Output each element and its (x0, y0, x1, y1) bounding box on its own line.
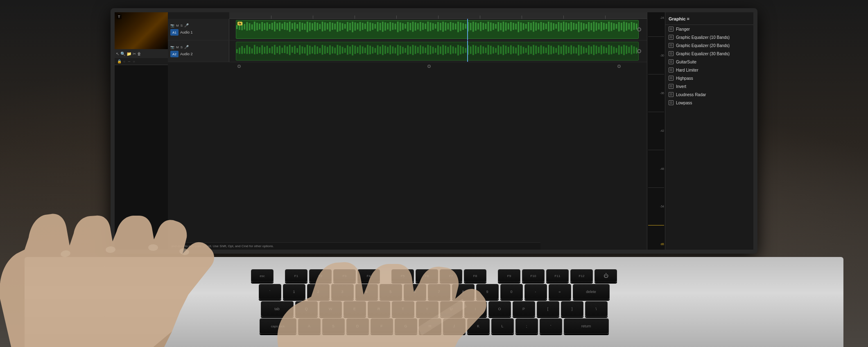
key-9[interactable]: 9 (476, 284, 499, 300)
key-r[interactable]: R (368, 301, 390, 317)
key-f[interactable]: F (371, 318, 393, 334)
svg-rect-207 (349, 47, 351, 54)
trash-icon[interactable]: 🗑 (137, 52, 141, 56)
svg-rect-69 (407, 22, 409, 32)
track1-m-btn[interactable]: M (176, 24, 179, 27)
effect-geq10-icon: ⊡ (669, 35, 674, 40)
key-w[interactable]: W (319, 301, 342, 317)
key-f3[interactable]: F3 (333, 269, 356, 282)
key-f7[interactable]: F7 (440, 269, 462, 282)
select-icon[interactable]: ↖ (116, 52, 119, 56)
key-caps[interactable]: caps lock (260, 318, 296, 334)
blade-icon[interactable]: ✂ (133, 52, 136, 56)
key-backslash[interactable]: \ (585, 301, 608, 317)
key-equals[interactable]: = (549, 284, 571, 300)
svg-rect-195 (319, 48, 321, 53)
key-t[interactable]: T (392, 301, 414, 317)
key-a[interactable]: A (298, 318, 321, 334)
key-o[interactable]: O (488, 301, 511, 317)
effects-panel-header: Graphic = (669, 16, 689, 21)
key-f1[interactable]: F1 (285, 269, 307, 282)
key-g[interactable]: G (395, 318, 417, 334)
key-l[interactable]: L (491, 318, 514, 334)
key-esc[interactable]: esc (251, 269, 274, 282)
effect-loudness-radar-label: Loudness Radar (676, 92, 706, 97)
key-return[interactable]: return (564, 318, 609, 334)
key-delete[interactable]: delete (573, 284, 610, 300)
track-1-content[interactable]: fx (229, 19, 647, 40)
key-s[interactable]: S (322, 318, 345, 334)
svg-rect-203 (339, 46, 341, 54)
track2-m-btn[interactable]: M (176, 45, 179, 49)
svg-rect-7 (251, 25, 253, 29)
svg-rect-21 (287, 23, 288, 30)
key-0[interactable]: 0 (500, 284, 523, 300)
effect-flanger[interactable]: ⊡ Flanger (665, 25, 753, 33)
key-e[interactable]: E (344, 301, 366, 317)
effect-loudness-radar[interactable]: ⊡ Loudness Radar (665, 90, 753, 99)
key-k[interactable]: K (467, 318, 490, 334)
svg-rect-29 (307, 22, 308, 32)
key-y[interactable]: Y (416, 301, 439, 317)
key-d[interactable]: D (346, 318, 369, 334)
key-7[interactable]: 7 (428, 284, 450, 300)
key-3[interactable]: 3 (331, 284, 354, 300)
svg-rect-214 (367, 45, 368, 55)
audio-track-2: 📷 M S 🎤 A2 Audio 2 (168, 41, 647, 62)
key-f10[interactable]: F10 (522, 269, 545, 282)
svg-rect-235 (420, 45, 421, 54)
key-q[interactable]: Q (295, 301, 318, 317)
key-i[interactable]: I (464, 301, 487, 317)
key-f11[interactable]: F11 (546, 269, 569, 282)
key-4[interactable]: 4 (355, 284, 378, 300)
key-f8[interactable]: F8 (464, 269, 486, 282)
key-semicolon[interactable]: ; (515, 318, 538, 334)
key-u[interactable]: U (440, 301, 463, 317)
key-f9[interactable]: F9 (498, 269, 520, 282)
key-2[interactable]: 2 (307, 284, 330, 300)
svg-rect-51 (362, 23, 364, 30)
svg-rect-39 (332, 23, 333, 30)
key-5[interactable]: 5 (380, 284, 402, 300)
svg-rect-273 (515, 47, 517, 53)
key-f5[interactable]: F5 (391, 269, 414, 282)
effect-geq20[interactable]: ⊡ Graphic Equalizer (20 Bands) (665, 41, 753, 50)
effect-lowpass[interactable]: ⊡ Lowpass (665, 99, 753, 107)
key-f6[interactable]: F6 (416, 269, 438, 282)
effect-invert[interactable]: ⊡ Invert (665, 82, 753, 90)
audio-clip-1[interactable]: fx (236, 20, 639, 39)
zoom-icon[interactable]: 🔍 (120, 52, 125, 56)
key-backtick[interactable]: ` (259, 284, 281, 300)
svg-rect-102 (490, 23, 492, 31)
svg-rect-15 (271, 23, 273, 30)
effect-guitarsuite[interactable]: ⊡ GuitarSuite (665, 58, 753, 66)
key-6[interactable]: 6 (404, 284, 426, 300)
effect-geq10[interactable]: ⊡ Graphic Equalizer (10 Bands) (665, 33, 753, 41)
svg-rect-44 (344, 24, 346, 29)
key-tab[interactable]: tab (261, 301, 294, 317)
key-minus[interactable]: - (524, 284, 547, 300)
track-2-content[interactable] (229, 41, 647, 62)
folder-icon[interactable]: 📁 (127, 52, 131, 56)
svg-rect-91 (462, 23, 464, 30)
key-f2[interactable]: F2 (309, 269, 332, 282)
key-8[interactable]: 8 (452, 284, 475, 300)
key-p[interactable]: P (513, 301, 535, 317)
track1-s-btn[interactable]: S (181, 24, 183, 27)
key-j[interactable]: J (443, 318, 466, 334)
svg-rect-171 (259, 47, 260, 53)
effect-highpass[interactable]: ⊡ Highpass (665, 74, 753, 82)
key-f4[interactable]: F4 (357, 269, 380, 282)
key-bracket-left[interactable]: [ (537, 301, 559, 317)
key-bracket-right[interactable]: ] (561, 301, 583, 317)
key-h[interactable]: H (419, 318, 441, 334)
track2-s-btn[interactable]: S (181, 45, 183, 49)
svg-rect-156 (626, 23, 627, 31)
effect-hard-limiter[interactable]: ⊡ Hard Limiter (665, 66, 753, 74)
key-quote[interactable]: ' (540, 318, 562, 334)
key-1[interactable]: 1 (283, 284, 305, 300)
key-power[interactable]: ⏻ (594, 269, 617, 282)
key-f12[interactable]: F12 (570, 269, 593, 282)
audio-clip-2[interactable] (236, 42, 639, 61)
effect-geq30[interactable]: ⊡ Graphic Equalizer (30 Bands) (665, 50, 753, 58)
